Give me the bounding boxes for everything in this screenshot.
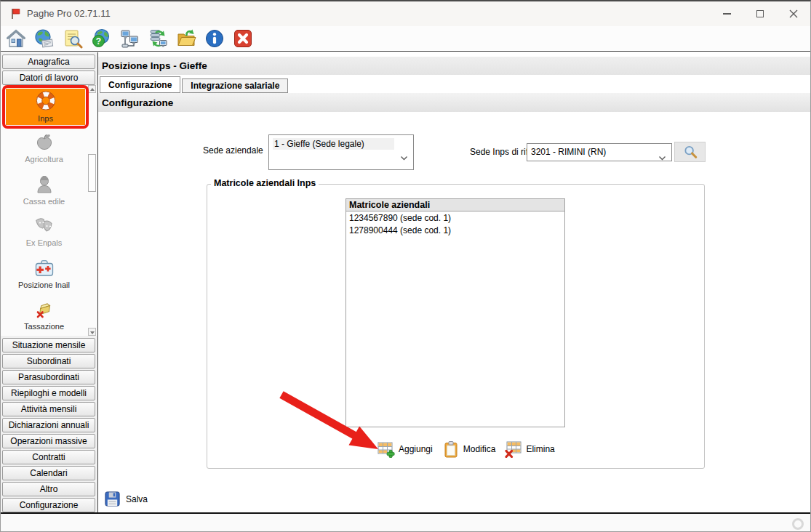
sidebar-item-tassazione[interactable]: Tassazione <box>1 299 87 331</box>
sidebar-item-calendari[interactable]: Calendari <box>2 466 95 480</box>
sidebar-item-label: Agricoltura <box>25 155 63 164</box>
sidebar-item-label: Cassa edile <box>23 197 65 206</box>
red-flag-icon <box>9 7 21 23</box>
maximize-icon <box>756 10 764 17</box>
aggiungi-label: Aggiungi <box>399 444 433 454</box>
sidebar-bottom-buttons: Situazione mensile Subordinati Parasubor… <box>1 336 97 512</box>
sidebar-item-cassa-edile[interactable]: Cassa edile <box>1 174 87 206</box>
sidebar-item-inps[interactable]: Inps <box>6 89 85 125</box>
salva-label: Salva <box>126 494 148 504</box>
page-title-band: Posizione Inps - Gieffe <box>98 57 811 75</box>
list-item[interactable]: 1234567890 (sede cod. 1) <box>346 211 564 224</box>
home-icon[interactable] <box>6 28 26 49</box>
scroll-down-icon[interactable] <box>88 328 96 336</box>
list-actions: Aggiungi Modifica <box>377 440 555 458</box>
list-header: Matricole aziendali <box>345 198 565 211</box>
sede-inps-value: 3201 - RIMINI (RN) <box>531 147 652 157</box>
modifica-button[interactable]: Modifica <box>442 440 496 458</box>
theater-masks-icon <box>33 215 55 237</box>
web-help-icon[interactable]: ? <box>91 28 111 49</box>
sidebar-item-anagrafica[interactable]: Anagrafica <box>2 55 95 69</box>
sidebar-item-datori-di-lavoro[interactable]: Datori di lavoro <box>2 70 95 85</box>
close-icon <box>789 9 798 18</box>
scrollbar-thumb[interactable] <box>88 154 96 192</box>
window-title: Paghe Pro 02.71.11 <box>27 8 111 19</box>
main-toolbar: ? <box>1 26 810 52</box>
sidebar-item-parasubordinati[interactable]: Parasubordinati <box>2 370 95 384</box>
search-sede-button[interactable] <box>674 142 706 162</box>
chevron-down-icon <box>400 150 408 164</box>
first-aid-kit-icon <box>33 257 55 279</box>
main-content: Posizione Inps - Gieffe Configurazione I… <box>98 52 811 512</box>
sidebar-item-label: Ex Enpals <box>26 238 63 247</box>
search-notes-icon[interactable] <box>63 28 83 49</box>
window-controls <box>710 1 810 26</box>
info-icon[interactable] <box>204 28 225 49</box>
database-sync-icon[interactable] <box>148 28 168 49</box>
sidebar-item-ex-enpals[interactable]: Ex Enpals <box>1 215 87 247</box>
sede-inps-select[interactable]: 3201 - RIMINI (RN) <box>527 143 672 161</box>
sidebar-item-label: Tassazione <box>24 322 64 331</box>
construction-worker-icon <box>33 174 55 196</box>
sidebar-item-riepiloghi-e-modelli[interactable]: Riepiloghi e modelli <box>2 386 95 400</box>
aggiungi-button[interactable]: Aggiungi <box>377 440 433 458</box>
exit-icon[interactable] <box>233 28 253 49</box>
table-delete-icon <box>505 440 522 458</box>
status-circle-icon <box>792 518 804 530</box>
title-bar: Paghe Pro 02.71.11 <box>1 1 810 26</box>
sidebar-item-altro[interactable]: Altro <box>2 482 95 496</box>
elimina-button[interactable]: Elimina <box>505 440 554 458</box>
modifica-label: Modifica <box>463 444 496 454</box>
magnifier-icon <box>683 145 698 159</box>
list-item[interactable]: 1278900444 (sede cod. 1) <box>346 224 564 236</box>
folder-export-icon[interactable] <box>176 28 196 49</box>
sidebar-item-situazione-mensile[interactable]: Situazione mensile <box>2 338 95 352</box>
sidebar-item-label: Inps <box>38 114 53 123</box>
tab-configurazione[interactable]: Configurazione <box>100 76 180 93</box>
groupbox-title: Matricole aziendali Inps <box>211 178 319 188</box>
section-title: Configurazione <box>98 97 173 108</box>
sede-aziendale-value: 1 - Gieffe (Sede legale) <box>273 138 394 150</box>
floppy-disk-icon <box>104 491 121 507</box>
sidebar-item-label: Posizione Inail <box>18 281 70 289</box>
sidebar-item-configurazione[interactable]: Configurazione <box>2 498 95 512</box>
sidebar-item-posizione-inail[interactable]: Posizione Inail <box>1 257 87 289</box>
tab-strip: Configurazione Integrazione salariale <box>100 76 288 93</box>
close-button[interactable] <box>777 1 810 26</box>
sidebar-item-subordinati[interactable]: Subordinati <box>2 354 95 368</box>
minimize-icon <box>723 13 731 15</box>
sidebar-item-operazioni-massive[interactable]: Operazioni massive <box>2 434 95 448</box>
scroll-up-icon[interactable] <box>88 85 96 93</box>
globe-news-icon[interactable] <box>34 28 55 49</box>
matricole-list: Matricole aziendali 1234567890 (sede cod… <box>345 198 565 427</box>
apple-icon <box>33 132 55 153</box>
salva-button[interactable]: Salva <box>104 491 148 507</box>
icon-panel-scrollbar[interactable] <box>87 85 97 336</box>
sidebar-item-attivita-mensili[interactable]: Attività mensili <box>2 402 95 416</box>
status-bar <box>1 512 811 532</box>
clipboard-icon <box>442 440 460 458</box>
sidebar-item-agricoltura[interactable]: Agricoltura <box>1 132 87 164</box>
elimina-label: Elimina <box>526 444 554 454</box>
sede-aziendale-select[interactable]: 1 - Gieffe (Sede legale) <box>268 134 414 170</box>
sidebar: Anagrafica Datori di lavoro Inps <box>1 52 98 512</box>
lifebuoy-icon <box>35 91 57 113</box>
list-body[interactable]: 1234567890 (sede cod. 1) 1278900444 (sed… <box>345 211 565 427</box>
network-computers-icon[interactable] <box>119 28 140 49</box>
page-title: Posizione Inps - Gieffe <box>98 60 207 71</box>
sidebar-item-dichiarazioni-annuali[interactable]: Dichiarazioni annuali <box>2 418 95 432</box>
minimize-button[interactable] <box>710 1 743 26</box>
table-add-icon <box>377 440 395 458</box>
section-header: Configurazione <box>98 93 811 112</box>
sidebar-item-contratti[interactable]: Contratti <box>2 450 95 464</box>
svg-text:?: ? <box>96 36 101 47</box>
chevron-down-icon <box>658 150 666 164</box>
gold-ingot-icon <box>33 299 55 321</box>
matricole-groupbox: Matricole aziendali Inps Matricole azien… <box>207 184 705 469</box>
tab-integrazione-salariale[interactable]: Integrazione salariale <box>182 78 288 93</box>
sidebar-icon-panel: Inps Agricoltura Cassa edile <box>1 85 97 336</box>
maximize-button[interactable] <box>743 1 777 26</box>
application-window: Paghe Pro 02.71.11 <box>0 0 811 532</box>
sede-aziendale-label: Sede aziendale <box>203 145 263 156</box>
